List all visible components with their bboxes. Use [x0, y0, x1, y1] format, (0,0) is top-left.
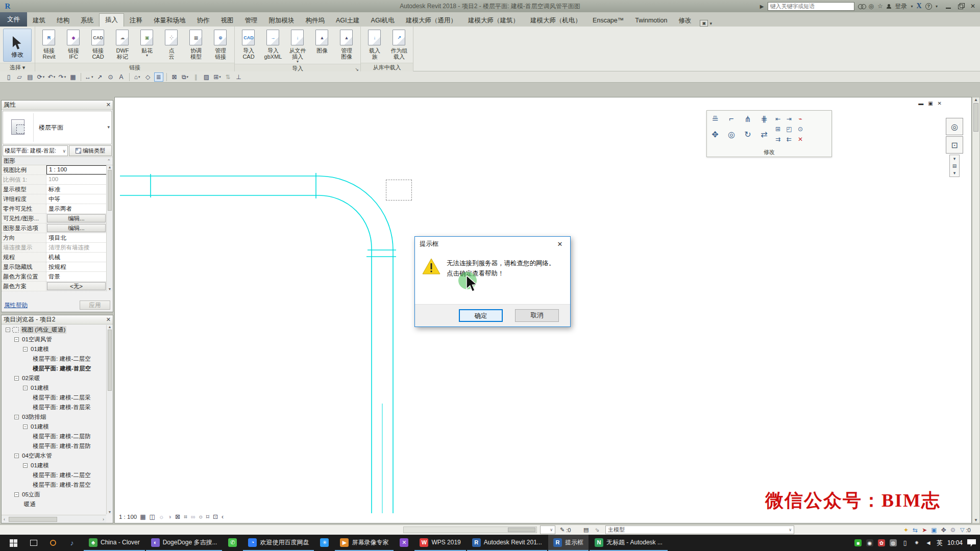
tab-结构[interactable]: 结构 — [51, 14, 75, 27]
tab-AGI土建[interactable]: AGI土建 — [330, 14, 365, 27]
restore-button[interactable] — [958, 3, 965, 9]
taskbar-item[interactable]: ✳ — [315, 535, 334, 551]
tray-gray-app-icon[interactable]: ◍ — [890, 539, 897, 546]
properties-scrollbar[interactable]: ▲▼ — [106, 165, 113, 291]
tab-插入[interactable]: 插入 — [99, 13, 124, 27]
revit-logo-icon[interactable]: R — [0, 1, 15, 12]
ribbon-button-从文件插入[interactable]: ↓从文件插入▾ — [286, 28, 309, 64]
ribbon-button-点云[interactable]: ⁘点云 — [160, 28, 183, 63]
align-icon[interactable]: ≞ — [709, 113, 721, 125]
type-selector[interactable]: 楼层平面 ▾ — [3, 111, 112, 144]
tree-item[interactable]: 楼层平面: 建模-首层防 — [2, 441, 106, 451]
tree-collapse-icon[interactable]: − — [14, 454, 19, 458]
edit-type-button[interactable]: 编辑类型 — [69, 145, 112, 156]
tab-附加模块[interactable]: 附加模块 — [263, 14, 300, 27]
property-value[interactable]: 中等 — [46, 194, 106, 204]
detail-level-icon[interactable]: ◫ — [150, 513, 155, 520]
property-value[interactable]: 机械 — [46, 253, 106, 262]
ok-button[interactable]: 确定 — [459, 309, 503, 322]
pin-icon[interactable]: ⊙ — [798, 126, 803, 133]
tag-icon[interactable]: ⊙ — [106, 72, 115, 82]
properties-close-icon[interactable]: ✕ — [106, 102, 111, 108]
cancel-button[interactable]: 取消 — [515, 309, 559, 322]
steering-wheel-icon[interactable]: ◎ — [946, 118, 963, 135]
tab-建模大师（机电）[interactable]: 建模大师（机电） — [525, 14, 587, 27]
reveal-hidden-icon[interactable]: ○ — [199, 513, 203, 520]
taskbar-item[interactable]: ✕ — [395, 535, 413, 551]
property-value[interactable]: 显示两者 — [46, 204, 106, 213]
property-value[interactable]: 背景 — [46, 272, 106, 281]
ribbon-button-导入gbXML[interactable]: →导入gbXML — [261, 28, 285, 64]
ribbon-button-作为组载入[interactable]: ↗作为组载入 — [387, 28, 411, 63]
tab-体量和场地[interactable]: 体量和场地 — [148, 14, 191, 27]
canvas-vertical-scrollbar[interactable]: ▲▼ — [972, 97, 980, 523]
scale-icon[interactable]: ◰ — [786, 126, 792, 133]
aligned-dimension-icon[interactable]: ↗ — [95, 72, 105, 82]
tree-collapse-icon[interactable]: − — [14, 376, 19, 381]
tab-修改[interactable]: 修改 — [673, 14, 697, 27]
taskbar-item-Autodesk Revit 201...[interactable]: RAutodesk Revit 201... — [467, 535, 547, 551]
align-left-icon[interactable]: ⇇ — [787, 136, 792, 143]
crop-region-icon[interactable]: ⌗ — [184, 513, 187, 520]
split-with-gap-icon[interactable]: ⋕ — [758, 113, 770, 125]
move-icon[interactable]: ✥ — [709, 128, 721, 140]
help-icon[interactable]: ? ▾ — [925, 3, 938, 10]
tree-item[interactable]: −03防排烟 — [2, 412, 106, 422]
taskbar-item-提示框[interactable]: R提示框 — [548, 535, 589, 551]
apply-button[interactable]: 应用 — [80, 300, 110, 310]
property-value[interactable]: 1 : 100 — [46, 165, 113, 174]
property-value[interactable]: 清理所有墙连接 — [46, 243, 106, 252]
save-icon[interactable]: ▤ — [26, 72, 35, 82]
tab-注释[interactable]: 注释 — [124, 14, 148, 27]
properties-help-link[interactable]: 属性帮助 — [4, 302, 28, 309]
tray-phone-icon[interactable]: ▯ — [901, 539, 909, 546]
ribbon-button-图像[interactable]: ▲图像 — [310, 28, 334, 64]
tree-item[interactable]: −01建模 — [2, 383, 106, 393]
tree-collapse-icon[interactable]: − — [23, 424, 28, 429]
select-underlay-icon[interactable]: ⚙ — [950, 527, 956, 534]
pinned-app-icon[interactable]: ♪ — [63, 539, 81, 547]
design-options-icon[interactable]: ▤ — [582, 525, 590, 534]
crop-view-icon[interactable]: ⊠ — [175, 513, 180, 520]
tab-系统[interactable]: 系统 — [75, 14, 99, 27]
select-pinned-icon[interactable]: ✥ — [941, 527, 946, 534]
dialog-close-icon[interactable]: ✕ — [554, 240, 566, 248]
tree-collapse-icon[interactable]: − — [14, 337, 19, 342]
browser-horizontal-scrollbar[interactable]: ‹› — [2, 515, 106, 523]
tree-item[interactable]: 楼层平面: 建模-首层空 — [2, 480, 106, 490]
tab-AGI机电[interactable]: AGI机电 — [365, 14, 401, 27]
property-value[interactable]: 编辑... — [47, 224, 106, 232]
visual-style-icon[interactable]: ▦ — [140, 513, 145, 520]
search-input[interactable] — [768, 2, 854, 11]
move-right-icon[interactable]: ⇥ — [787, 115, 792, 122]
taskbar-item-欢迎使用百度网盘[interactable]: ◔欢迎使用百度网盘 — [243, 535, 314, 551]
tab-Twinmotion[interactable]: Twinmotion — [629, 14, 673, 27]
sync-icon[interactable]: ⟳▾ — [36, 72, 45, 82]
notification-center-icon[interactable] — [967, 539, 976, 547]
reference-plane-icon[interactable]: ⊥ — [234, 72, 243, 82]
property-value[interactable]: 编辑... — [47, 214, 106, 222]
section-icon[interactable]: ◇ — [143, 72, 153, 82]
close-hidden-windows-icon[interactable]: ⊠ — [170, 72, 179, 82]
tab-建模大师（建筑）[interactable]: 建模大师（建筑） — [462, 14, 525, 27]
view-restore-icon[interactable]: ▣ — [928, 101, 933, 106]
ribbon-button-贴花[interactable]: ▣贴花▾ — [135, 28, 159, 63]
search-icon[interactable] — [858, 4, 865, 9]
zoom-region-icon[interactable]: ⊡ — [946, 136, 963, 154]
3d-glasses-icon[interactable]: ∞ — [191, 513, 195, 520]
clock[interactable]: 10:04 — [947, 539, 963, 546]
tree-item[interactable]: −02采暖 — [2, 373, 106, 383]
ribbon-button-管理链接[interactable]: ⊕管理链接 — [209, 28, 232, 63]
taskbar-item-DogeDoge 多吉搜...[interactable]: ◐DogeDoge 多吉搜... — [146, 535, 223, 551]
editable-only-icon[interactable]: ⇆ — [913, 527, 918, 534]
visibility-graphics-icon[interactable]: ▨ — [202, 72, 211, 82]
tree-item[interactable]: 楼层平面: 建模-二层空 — [2, 470, 106, 480]
ribbon-button-载入族[interactable]: ↓载入族 — [363, 28, 386, 63]
tab-建模大师（通用）[interactable]: 建模大师（通用） — [400, 14, 462, 27]
ribbon-button-链接IFC[interactable]: ◆链接IFC — [62, 28, 85, 63]
taskbar-search-icon[interactable] — [44, 540, 62, 546]
press-drag-icon[interactable]: ➤ — [922, 527, 927, 534]
design-option-combobox[interactable]: 主模型∨ — [605, 525, 794, 534]
tab-构件坞[interactable]: 构件坞 — [300, 14, 331, 27]
subscription-icon[interactable]: ◎ — [869, 3, 874, 10]
